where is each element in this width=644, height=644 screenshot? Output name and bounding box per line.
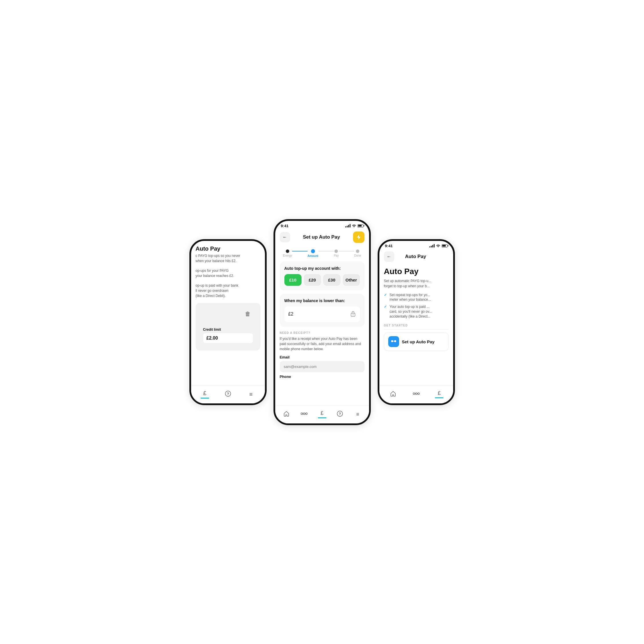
phone-center: 9:41 ← Set up Auto Pay	[274, 219, 371, 425]
right-bottom-nav: £	[379, 385, 453, 403]
svg-point-10	[415, 393, 417, 395]
left-bullet1: op-ups for your PAYGyour balance reaches…	[196, 268, 260, 278]
nav-item-help[interactable]: ?	[216, 391, 239, 398]
svg-point-3	[352, 314, 353, 315]
step-amount: Amount	[308, 249, 318, 257]
center-bottom-nav: £ ? ≡	[275, 405, 369, 423]
balance-card-title: When my balance is lower than:	[284, 298, 360, 303]
signal-icon	[345, 224, 350, 227]
step-dot-done	[356, 249, 359, 253]
right-wifi-icon	[436, 244, 440, 248]
nav-home[interactable]	[278, 411, 295, 418]
menu-icon: ≡	[249, 391, 253, 398]
right-payment-icon: £	[438, 390, 441, 396]
right-page-title: Auto Pay	[384, 267, 449, 276]
left-title: Auto Pay	[196, 245, 260, 252]
nav-help-center[interactable]: ?	[331, 411, 349, 418]
phone-label: Phone	[280, 374, 364, 379]
amount-20-btn[interactable]: £20	[304, 274, 321, 286]
delete-button[interactable]: 🗑	[239, 307, 256, 321]
svg-point-6	[306, 413, 307, 415]
step-energy: Energy	[283, 249, 292, 257]
left-intro: c PAYG top-ups so you neverwhen your bal…	[196, 253, 260, 263]
right-back-arrow-icon: ←	[387, 254, 391, 259]
step-label-energy: Energy	[283, 254, 292, 257]
right-nav-usage[interactable]	[405, 391, 428, 397]
amount-10-btn[interactable]: £10	[284, 274, 302, 286]
step-done: Done	[354, 249, 361, 257]
left-bottom-nav: £ ? ≡	[191, 385, 265, 403]
amount-30-btn[interactable]: £30	[323, 274, 340, 286]
step-line-2	[318, 251, 334, 251]
step-dot-energy	[286, 249, 289, 253]
usage-icon	[301, 411, 308, 417]
step-dot-pay	[334, 249, 338, 253]
step-label-amount: Amount	[308, 254, 318, 257]
home-icon	[283, 411, 290, 418]
receipt-label: NEED A RECEIPT?	[280, 331, 364, 334]
credit-limit-value: £2.00	[203, 333, 253, 343]
phone-right: 9:41 ← Auto Pay	[378, 239, 455, 405]
back-arrow-icon: ←	[283, 235, 287, 240]
lightning-icon	[356, 234, 362, 240]
right-nav-home[interactable]	[382, 391, 405, 398]
left-bullet2: op-up is paid with your bankll never go …	[196, 283, 260, 298]
center-time: 9:41	[281, 224, 289, 228]
nav-menu-center[interactable]: ≡	[349, 411, 366, 417]
step-label-pay: Pay	[334, 254, 339, 257]
scene: Auto Pay c PAYG top-ups so you neverwhen…	[165, 219, 479, 425]
balance-value: £2	[288, 312, 294, 317]
right-intro-text: Set up automatic PAYG top-u...forget to …	[384, 278, 449, 289]
infinity-icon-container	[388, 336, 399, 347]
setup-autopay-label: Set up Auto Pay	[402, 339, 435, 344]
right-header-title: Auto Pay	[405, 254, 426, 259]
right-phone-content: ← Auto Pay Auto Pay Set up automatic PAY…	[379, 249, 453, 386]
setup-autopay-button[interactable]: Set up Auto Pay	[384, 332, 449, 351]
lightning-button[interactable]	[353, 231, 364, 243]
svg-text:?: ?	[339, 412, 341, 416]
nav-usage[interactable]	[295, 411, 313, 417]
payment-icon: £	[203, 390, 206, 397]
step-label-done: Done	[354, 254, 361, 257]
phone-left: Auto Pay c PAYG top-ups so you neverwhen…	[189, 239, 267, 405]
divider	[384, 329, 449, 330]
center-status-icons	[345, 224, 363, 228]
center-status-bar: 9:41	[275, 221, 369, 229]
right-battery-icon	[442, 244, 447, 247]
left-phone-content: Auto Pay c PAYG top-ups so you neverwhen…	[191, 245, 265, 350]
center-header-title: Set up Auto Pay	[303, 234, 340, 240]
right-back-button[interactable]: ←	[384, 251, 394, 262]
amount-other-btn[interactable]: Other	[343, 274, 360, 286]
right-bullet-2: Your auto top-up is paid ...card, so you…	[384, 304, 449, 319]
email-input[interactable]	[280, 361, 364, 372]
trash-icon: 🗑	[245, 311, 251, 317]
step-line-3	[339, 251, 354, 251]
nav-payment-center[interactable]: £	[313, 410, 331, 418]
nav-item-menu[interactable]: ≡	[239, 391, 263, 398]
receipt-section: NEED A RECEIPT? If you'd like a receipt …	[280, 330, 364, 382]
get-started-label: GET STARTED	[384, 324, 449, 327]
balance-input-row: £2	[284, 306, 360, 322]
help-center-icon: ?	[337, 411, 343, 418]
right-nav-payment[interactable]: £	[428, 390, 451, 398]
svg-point-9	[413, 393, 415, 395]
lock-icon	[350, 310, 356, 318]
step-dot-amount	[311, 249, 315, 253]
email-label: Email	[280, 355, 364, 359]
step-pay: Pay	[334, 249, 339, 257]
svg-text:?: ?	[227, 392, 229, 396]
infinity-icon	[391, 340, 397, 344]
right-bullet-1: Set repeat top-ups for yo...meter when y…	[384, 293, 449, 302]
topup-amount-card: Auto top-up my account with: £10 £20 £30…	[280, 261, 364, 290]
right-signal-icon	[429, 244, 435, 247]
back-button[interactable]: ←	[280, 232, 290, 242]
svg-point-4	[301, 413, 303, 415]
amount-options: £10 £20 £30 Other	[284, 274, 360, 286]
balance-threshold-card: When my balance is lower than: £2	[280, 294, 364, 327]
progress-stepper: Energy Amount Pay Done	[280, 246, 364, 261]
receipt-desc: If you'd like a receipt when your Auto P…	[280, 336, 364, 352]
credit-card-section: Credit limit £2.00	[200, 324, 256, 346]
nav-item-payment[interactable]: £	[193, 390, 217, 399]
battery-icon	[358, 224, 363, 227]
right-status-bar: 9:41	[379, 241, 453, 249]
